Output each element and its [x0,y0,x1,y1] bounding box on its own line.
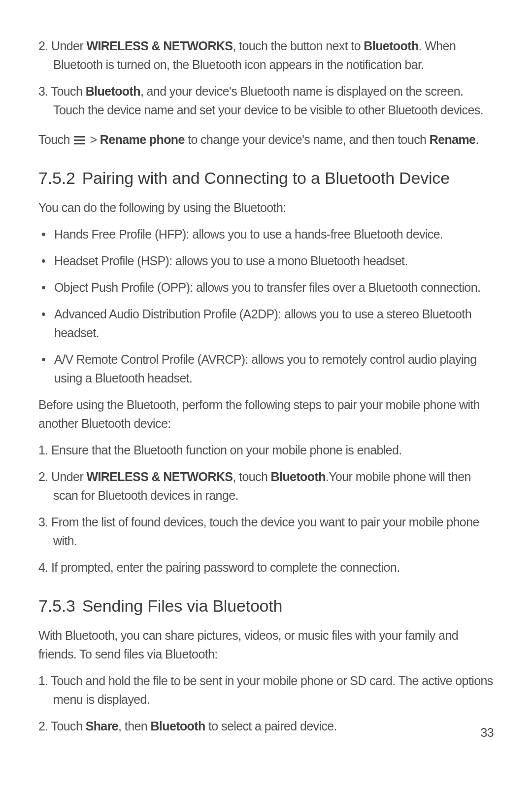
step-text: Touch [51,84,86,98]
bold-text: Rename phone [100,133,185,146]
step-number: 2. [38,470,48,484]
bold-text: WIRELESS & NETWORKS [86,470,233,484]
bullet-item: Headset Profile (HSP): allows you to use… [38,251,495,270]
paragraph: With Bluetooth, you can share pictures, … [38,626,495,663]
step-number: 1. [38,674,48,688]
menu-icon [74,136,85,145]
step-number: 1. [38,443,48,457]
bold-text: Rename [430,133,476,146]
step-number: 3. [38,515,48,529]
page-number: 33 [480,726,494,740]
ordered-step: 3. From the list of found devices, touch… [38,513,495,550]
step-text: Under [51,39,86,53]
ordered-step: 1. Ensure that the Bluetooth function on… [38,441,495,459]
bold-text: Bluetooth [271,470,326,484]
step-text: to select a paired device. [205,719,337,733]
step-text: , touch the button next to [233,39,364,53]
step-number: 2. [38,39,48,53]
step-number: 2. [38,719,48,733]
text: to change your device's name, and then t… [185,133,430,146]
heading-title: Sending Files via Bluetooth [82,596,283,615]
ordered-step: 4. If prompted, enter the pairing passwo… [38,558,495,577]
paragraph: You can do the following by using the Bl… [38,198,495,217]
step-text: , then [118,719,150,733]
text: Touch [38,133,73,146]
bold-text: Bluetooth [86,84,140,98]
bold-text: Share [86,719,118,733]
ordered-step: 2. Under WIRELESS & NETWORKS, touch the … [38,36,495,74]
section-heading: 7.5.2Pairing with and Connecting to a Bl… [38,168,495,188]
step-text: From the list of found devices, touch th… [51,515,479,548]
bullet-item: Object Push Profile (OPP): allows you to… [38,278,495,297]
text: > [90,133,100,146]
step-text: Under [51,470,86,484]
bold-text: WIRELESS & NETWORKS [86,39,233,53]
step-text: Touch and hold the file to be sent in yo… [51,674,493,706]
paragraph: Touch > Rename phone to change your devi… [38,130,495,149]
bold-text: Bluetooth [150,719,205,733]
ordered-step: 2. Under WIRELESS & NETWORKS, touch Blue… [38,467,495,505]
heading-number: 7.5.3 [38,595,75,616]
step-number: 3. [38,84,48,98]
heading-title: Pairing with and Connecting to a Bluetoo… [82,169,450,187]
ordered-step: 3. Touch Bluetooth, and your device's Bl… [38,82,495,119]
document-page: 2. Under WIRELESS & NETWORKS, touch the … [0,0,532,797]
step-text: Ensure that the Bluetooth function on yo… [51,443,402,457]
step-text: Touch [51,719,86,733]
text: . [475,133,478,146]
paragraph: Before using the Bluetooth, perform the … [38,395,495,433]
bullet-item: Advanced Audio Distribution Profile (A2D… [38,305,495,342]
bullet-item: Hands Free Profile (HFP): allows you to … [38,225,495,243]
bullet-item: A/V Remote Control Profile (AVRCP): allo… [38,350,495,387]
section-heading: 7.5.3Sending Files via Bluetooth [38,595,495,616]
ordered-step: 2. Touch Share, then Bluetooth to select… [38,717,495,735]
bold-text: Bluetooth [364,39,418,53]
ordered-step: 1. Touch and hold the file to be sent in… [38,671,495,709]
heading-number: 7.5.2 [38,168,75,188]
step-number: 4. [38,560,48,574]
step-text: , touch [233,470,270,484]
step-text: If prompted, enter the pairing password … [51,560,399,574]
